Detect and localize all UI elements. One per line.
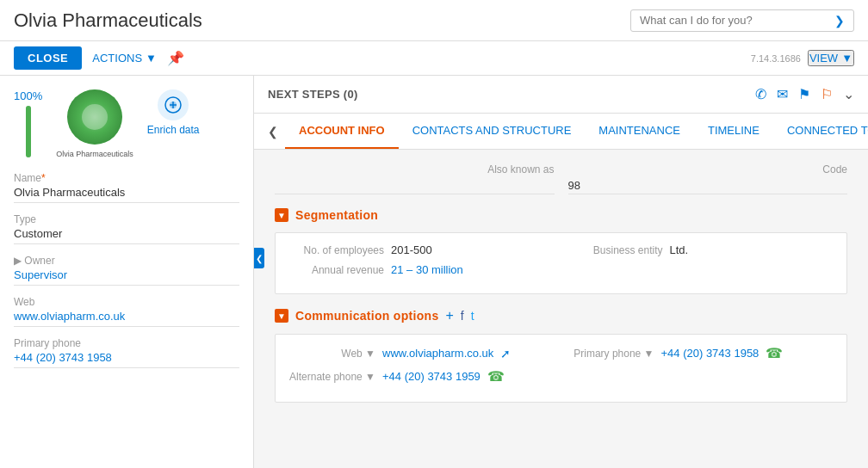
primary-phone-call-icon[interactable]: ☎ <box>766 345 783 361</box>
code-input[interactable] <box>568 177 848 194</box>
field-type-value: Customer <box>14 227 239 244</box>
field-type-label: Type <box>14 213 239 225</box>
progress-bar <box>26 106 31 157</box>
action-bar-left: CLOSE ACTIONS ▼ 📌 <box>14 46 184 70</box>
communication-toggle[interactable]: ▼ <box>275 309 288 323</box>
segmentation-toggle[interactable]: ▼ <box>275 208 288 222</box>
employees-value: 201-500 <box>391 243 432 256</box>
alt-phone-call-icon[interactable]: ☎ <box>487 368 505 385</box>
pin-icon[interactable]: 📌 <box>167 50 184 66</box>
comm-primary-phone-field: Primary phone ▼ +44 (20) 3743 1958 ☎ <box>568 345 834 361</box>
left-edge-tab[interactable]: ❮ <box>254 248 264 268</box>
comm-row-web: Web ▼ www.olviapharm.co.uk ➚ Primary pho… <box>289 345 833 361</box>
view-chevron-icon: ▼ <box>841 52 852 65</box>
facebook-icon[interactable]: f <box>461 309 464 323</box>
progress-fill <box>26 106 31 157</box>
left-panel: 100% Olvia Pharmaceuticals <box>0 76 254 468</box>
email-icon[interactable]: ✉ <box>777 86 788 102</box>
business-entity-value: Ltd. <box>670 243 689 256</box>
next-steps-icons: ✆ ✉ ⚑ ⚐ ⌄ <box>755 86 854 102</box>
progress-label: 100% <box>14 89 42 102</box>
segmentation-title: Segmentation <box>295 208 378 222</box>
enrich-section[interactable]: Enrich data <box>147 89 200 136</box>
code-label: Code <box>822 163 847 176</box>
external-link-icon[interactable]: ➚ <box>500 347 511 360</box>
comm-row-alt-phone: Alternate phone ▼ +44 (20) 3743 1959 ☎ <box>289 368 833 385</box>
comm-primary-phone-value: +44 (20) 3743 1958 <box>661 347 760 360</box>
view-label: VIEW <box>809 52 838 65</box>
tab-connected[interactable]: CONNECTED TO <box>773 114 868 149</box>
search-input[interactable] <box>640 14 834 27</box>
alt-phone-dropdown-icon[interactable]: ▼ <box>365 371 375 383</box>
content-area: Also known as Code ▼ Segmentation <box>254 150 868 468</box>
tab-maintenance[interactable]: MAINTENANCE <box>585 114 694 149</box>
actions-chevron-icon: ▼ <box>146 52 157 65</box>
view-button[interactable]: VIEW ▼ <box>808 50 854 66</box>
field-primary-phone-label: Primary phone <box>14 337 239 349</box>
twitter-icon[interactable]: t <box>471 309 474 323</box>
field-owner-value[interactable]: Supervisor <box>14 268 239 286</box>
field-primary-phone-value: +44 (20) 3743 1958 <box>14 351 239 368</box>
search-chevron-icon[interactable]: ❯ <box>834 14 845 28</box>
comm-alt-phone-label: Alternate phone ▼ <box>289 371 375 383</box>
main-container: 100% Olvia Pharmaceuticals <box>0 76 868 468</box>
enrich-icon[interactable] <box>158 89 189 120</box>
comm-web-value[interactable]: www.olviapharm.co.uk <box>382 347 493 360</box>
company-title: Olvia Pharmaceuticals <box>14 9 202 32</box>
close-button[interactable]: CLOSE <box>14 46 82 70</box>
also-known-row: Also known as Code <box>275 163 847 194</box>
comm-alt-phone-field: Alternate phone ▼ +44 (20) 3743 1959 ☎ <box>289 368 555 385</box>
actions-button[interactable]: ACTIONS ▼ <box>92 52 157 65</box>
company-logo <box>67 89 122 145</box>
annual-revenue-field: Annual revenue 21 – 30 million <box>289 263 555 276</box>
also-known-as-input[interactable] <box>275 177 555 194</box>
progress-section: 100% Olvia Pharmaceuticals <box>14 89 239 158</box>
action-bar-right: 7.14.3.1686 VIEW ▼ <box>751 50 854 66</box>
comm-web-field: Web ▼ www.olviapharm.co.uk ➚ <box>289 347 555 360</box>
tab-account-info[interactable]: ACCOUNT INFO <box>285 114 399 149</box>
code-field: Code <box>568 163 848 194</box>
field-web-label: Web <box>14 296 239 308</box>
field-web: Web www.olviapharm.co.uk <box>14 296 239 327</box>
next-steps-bar: NEXT STEPS (0) ✆ ✉ ⚑ ⚐ ⌄ <box>254 76 868 114</box>
field-owner: ▶ Owner Supervisor <box>14 255 239 286</box>
tab-timeline[interactable]: TIMELINE <box>694 114 773 149</box>
segmentation-content: No. of employees 201-500 Business entity… <box>275 232 847 294</box>
field-web-value[interactable]: www.olviapharm.co.uk <box>14 310 239 327</box>
field-owner-label: ▶ Owner <box>14 255 239 267</box>
comm-web-label: Web ▼ <box>289 348 375 360</box>
company-logo-label: Olvia Pharmaceuticals <box>56 150 133 158</box>
next-steps-title: NEXT STEPS (0) <box>268 88 358 101</box>
employees-field: No. of employees 201-500 <box>289 243 555 256</box>
right-panel: NEXT STEPS (0) ✆ ✉ ⚑ ⚐ ⌄ ❮ ACCOUNT INFO … <box>254 76 868 468</box>
flag-blue-icon[interactable]: ⚑ <box>798 86 810 102</box>
tabs-bar: ❮ ACCOUNT INFO CONTACTS AND STRUCTURE MA… <box>254 114 868 150</box>
web-dropdown-icon[interactable]: ▼ <box>365 348 375 360</box>
next-steps-collapse-icon[interactable]: ⌄ <box>843 86 854 102</box>
annual-revenue-value: 21 – 30 million <box>391 263 463 276</box>
version-text: 7.14.3.1686 <box>751 53 801 64</box>
field-name-label: Name* <box>14 172 239 184</box>
flag-orange-icon[interactable]: ⚐ <box>821 86 833 102</box>
actions-label: ACTIONS <box>92 52 142 65</box>
field-name: Name* Olvia Pharmaceuticals <box>14 172 239 203</box>
employees-label: No. of employees <box>289 244 384 256</box>
also-known-as-label: Also known as <box>487 163 554 176</box>
tab-contacts-structure[interactable]: CONTACTS AND STRUCTURE <box>399 114 586 149</box>
top-bar: Olvia Pharmaceuticals ❯ <box>0 0 868 41</box>
comm-primary-phone-label: Primary phone ▼ <box>568 348 654 360</box>
search-bar[interactable]: ❯ <box>630 9 854 32</box>
logo-circle <box>82 104 108 130</box>
logo-area: Olvia Pharmaceuticals <box>56 89 133 158</box>
primary-phone-dropdown-icon[interactable]: ▼ <box>644 348 654 360</box>
field-primary-phone: Primary phone +44 (20) 3743 1958 <box>14 337 239 368</box>
progress-percent: 100% <box>14 89 42 102</box>
tabs-left-arrow[interactable]: ❮ <box>261 125 285 139</box>
communication-add-icon[interactable]: + <box>446 308 454 323</box>
action-bar: CLOSE ACTIONS ▼ 📌 7.14.3.1686 VIEW ▼ <box>0 41 868 76</box>
phone-call-icon[interactable]: ✆ <box>755 86 766 102</box>
communication-title: Communication options <box>295 309 439 323</box>
enrich-label[interactable]: Enrich data <box>147 124 200 136</box>
segmentation-row-1: No. of employees 201-500 Business entity… <box>289 243 833 256</box>
progress-bar-container: 100% <box>14 89 42 157</box>
